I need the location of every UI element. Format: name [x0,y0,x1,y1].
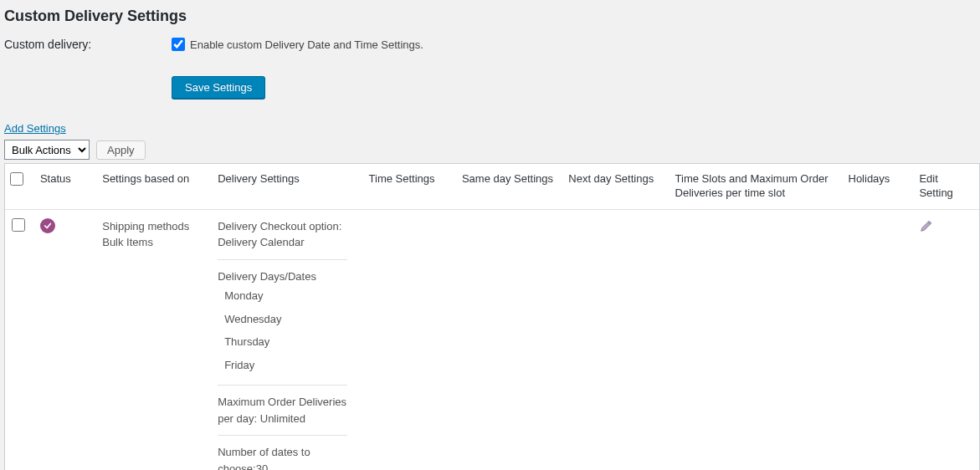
custom-delivery-label: Custom delivery: [4,38,172,51]
header-based-on: Settings based on [95,164,211,210]
add-settings-link[interactable]: Add Settings [4,122,66,135]
status-active-icon [40,218,55,233]
header-delivery-settings: Delivery Settings [211,164,362,210]
row-checkbox[interactable] [12,218,25,232]
apply-button[interactable]: Apply [96,140,146,160]
select-all-checkbox[interactable] [10,172,23,186]
enable-custom-delivery-text: Enable custom Delivery Date and Time Set… [190,38,423,51]
same-day-cell [455,210,562,470]
header-next-day: Next day Settings [562,164,668,210]
next-day-cell [562,210,668,470]
delivery-day: Thursday [218,330,347,354]
delivery-day: Monday [218,284,347,308]
max-orders-value: Unlimited [260,412,305,425]
header-same-day: Same day Settings [455,164,562,210]
delivery-days-header: Delivery Days/Dates [218,268,347,285]
holidays-cell [842,210,913,470]
num-dates-value: 30 [256,462,268,470]
based-on-line1: Shipping methods [102,218,204,235]
header-time-slots: Time Slots and Maximum Order Deliveries … [669,164,842,210]
header-edit: Edit Setting [912,164,979,210]
enable-custom-delivery-checkbox[interactable] [172,38,185,51]
header-holidays: Holidays [842,164,913,210]
checkout-option-label: Delivery Checkout option: [218,220,341,232]
based-on-line2: Bulk Items [102,234,204,251]
edit-pencil-icon[interactable] [919,218,934,238]
bulk-actions-select[interactable]: Bulk Actions [4,140,90,160]
header-status: Status [33,164,95,210]
table-row: Shipping methods Bulk Items Delivery Che… [5,210,979,470]
delivery-day: Wednesday [218,308,347,331]
checkout-option-value: Delivery Calendar [218,236,304,248]
page-title: Custom Delivery Settings [4,4,980,38]
time-slots-cell [669,210,842,470]
delivery-day: Friday [218,354,347,377]
time-settings-cell [362,210,455,470]
save-settings-button[interactable]: Save Settings [172,76,265,99]
header-time-settings: Time Settings [362,164,455,210]
